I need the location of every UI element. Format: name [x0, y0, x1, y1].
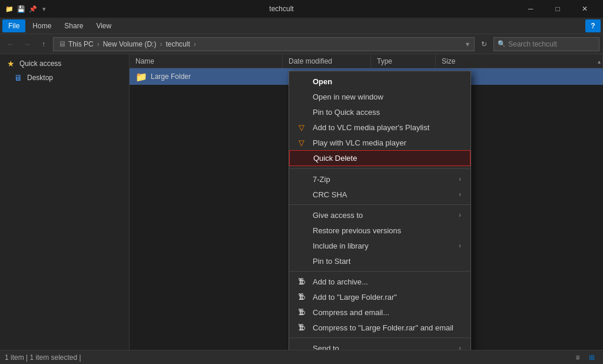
address-path[interactable]: 🖥 This PC › New Volume (D:) › techcult ›…	[53, 37, 475, 51]
rar-icon-2: 🗜	[295, 293, 308, 301]
ctx-item-7zip[interactable]: 7-Zip ›	[289, 171, 471, 187]
path-this-pc: This PC	[68, 40, 94, 48]
help-button[interactable]: ?	[585, 19, 601, 32]
title-bar-icons: 📁 💾 📌 ▾	[5, 4, 46, 14]
tab-home[interactable]: Home	[26, 19, 57, 32]
ctx-label-add-archive: Add to archive...	[313, 277, 368, 286]
sidebar-label-quick-access: Quick access	[19, 59, 61, 68]
submenu-arrow-give-access: ›	[459, 211, 461, 219]
col-header-type[interactable]: Type	[371, 54, 436, 68]
window-title: techcult	[51, 5, 512, 13]
path-techcult: techcult	[165, 40, 190, 48]
sidebar: ★ Quick access 🖥 Desktop	[0, 54, 130, 350]
ribbon: File Home Share View ?	[0, 18, 603, 34]
main-content: ★ Quick access 🖥 Desktop Name ▴ Date mod…	[0, 54, 603, 350]
path-sep-3: ›	[194, 40, 196, 48]
ctx-label-send-to: Send to	[313, 344, 339, 350]
ctx-separator-2	[289, 204, 471, 205]
sidebar-item-quick-access[interactable]: ★ Quick access	[0, 57, 129, 71]
rar-icon-1: 🗜	[295, 277, 308, 286]
ctx-item-pin-start[interactable]: Pin to Start	[289, 253, 471, 269]
column-headers: Name ▴ Date modified Type Size	[130, 54, 603, 68]
save-icon: 💾	[16, 4, 26, 14]
ctx-label-restore-previous: Restore previous versions	[313, 226, 401, 235]
ctx-item-compress-rar-email[interactable]: 🗜 Compress to "Large Folder.rar" and ema…	[289, 320, 471, 335]
sidebar-label-desktop: Desktop	[27, 74, 53, 82]
close-button[interactable]: ✕	[571, 0, 598, 18]
ctx-label-crc-sha: CRC SHA	[313, 190, 347, 199]
view-buttons: ≡ ⊞	[571, 352, 598, 363]
refresh-button[interactable]: ↻	[477, 37, 491, 51]
sidebar-item-desktop[interactable]: 🖥 Desktop	[0, 71, 129, 85]
ctx-item-include-library[interactable]: Include in library ›	[289, 238, 471, 253]
folder-icon: 📁	[135, 71, 147, 82]
tab-view[interactable]: View	[90, 19, 117, 32]
sort-arrow: ▴	[595, 54, 603, 68]
vlc-play-icon: ▽	[295, 138, 308, 147]
ctx-label-pin-quick-access: Pin to Quick access	[313, 108, 380, 117]
status-text: 1 item | 1 item selected |	[5, 353, 571, 362]
ctx-item-add-archive[interactable]: 🗜 Add to archive...	[289, 274, 471, 289]
title-bar: 📁 💾 📌 ▾ techcult ─ □ ✕	[0, 0, 603, 18]
path-sep-1: ›	[97, 40, 100, 48]
vlc-playlist-icon: ▽	[295, 123, 308, 132]
ctx-item-pin-quick-access[interactable]: Pin to Quick access	[289, 104, 471, 120]
ctx-label-include-library: Include in library	[313, 241, 369, 250]
star-icon: ★	[7, 59, 15, 68]
rar-icon-4: 🗜	[295, 323, 308, 332]
ctx-label-add-rar: Add to "Large Folder.rar"	[313, 293, 397, 302]
context-menu: Open Open in new window Pin to Quick acc…	[289, 71, 471, 350]
submenu-arrow-7zip: ›	[459, 175, 461, 183]
ctx-item-crc-sha[interactable]: CRC SHA ›	[289, 187, 471, 202]
ctx-separator-4	[289, 337, 471, 338]
forward-button[interactable]: →	[20, 37, 34, 51]
ctx-separator-3	[289, 271, 471, 272]
rar-icon-3: 🗜	[295, 308, 308, 316]
title-bar-arrow: ▾	[42, 5, 46, 13]
pin-icon: 📌	[28, 4, 38, 14]
path-sep-2: ›	[160, 40, 162, 48]
path-dropdown-icon: ▾	[466, 40, 469, 48]
search-icon: 🔍	[498, 40, 506, 48]
ctx-item-vlc-playlist[interactable]: ▽ Add to VLC media player's Playlist	[289, 120, 471, 135]
ctx-item-give-access[interactable]: Give access to ›	[289, 207, 471, 223]
window-controls: ─ □ ✕	[517, 0, 598, 18]
search-box[interactable]: 🔍 Search techcult	[493, 37, 599, 51]
computer-icon: 🖥	[58, 39, 66, 48]
address-bar: ← → ↑ 🖥 This PC › New Volume (D:) › tech…	[0, 34, 603, 54]
file-area: Name ▴ Date modified Type Size 📁 Large F…	[130, 54, 603, 350]
ctx-label-compress-rar-email: Compress to "Large Folder.rar" and email	[313, 323, 453, 332]
ctx-item-send-to[interactable]: Send to ›	[289, 340, 471, 350]
ctx-item-vlc-play[interactable]: ▽ Play with VLC media player	[289, 135, 471, 150]
ctx-item-add-rar[interactable]: 🗜 Add to "Large Folder.rar"	[289, 289, 471, 305]
submenu-arrow-library: ›	[459, 241, 461, 250]
file-name: Large Folder	[151, 72, 191, 81]
list-view-button[interactable]: ≡	[571, 352, 584, 363]
col-header-size[interactable]: Size	[436, 54, 603, 68]
grid-view-button[interactable]: ⊞	[585, 352, 598, 363]
col-header-date[interactable]: Date modified	[283, 54, 371, 68]
file-cell-name: 📁 Large Folder	[130, 68, 283, 85]
ctx-item-open[interactable]: Open	[289, 74, 471, 89]
path-new-volume: New Volume (D:)	[103, 40, 157, 48]
ctx-label-7zip: 7-Zip	[313, 175, 330, 184]
back-button[interactable]: ←	[4, 37, 18, 51]
ctx-separator-1	[289, 168, 471, 169]
ctx-label-compress-email: Compress and email...	[313, 308, 389, 317]
col-header-name[interactable]: Name ▴	[130, 54, 283, 68]
up-button[interactable]: ↑	[37, 37, 51, 51]
ctx-label-pin-start: Pin to Start	[313, 257, 350, 266]
ctx-item-quick-delete[interactable]: Quick Delete	[289, 150, 471, 166]
ctx-label-vlc-play: Play with VLC media player	[313, 138, 406, 147]
status-bar: 1 item | 1 item selected | ≡ ⊞	[0, 350, 603, 364]
tab-file[interactable]: File	[2, 19, 25, 32]
tab-share[interactable]: Share	[58, 19, 89, 32]
submenu-arrow-crc: ›	[459, 190, 461, 198]
maximize-button[interactable]: □	[544, 0, 571, 18]
ctx-label-vlc-playlist: Add to VLC media player's Playlist	[313, 123, 429, 132]
ctx-item-open-new-window[interactable]: Open in new window	[289, 89, 471, 104]
ctx-item-compress-email[interactable]: 🗜 Compress and email...	[289, 305, 471, 320]
desktop-icon: 🖥	[14, 73, 22, 82]
minimize-button[interactable]: ─	[517, 0, 544, 18]
ctx-item-restore-previous[interactable]: Restore previous versions	[289, 223, 471, 238]
